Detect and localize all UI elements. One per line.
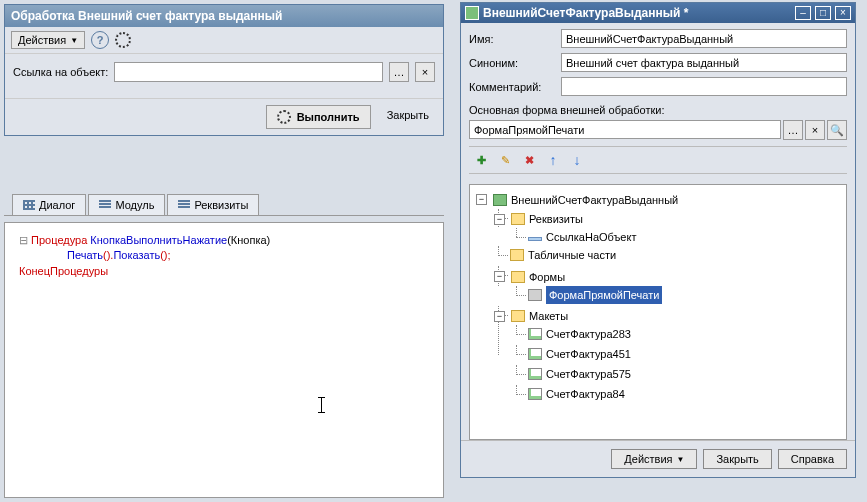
tree-layout-item[interactable]: СчетФактура451 bbox=[528, 345, 631, 363]
mainform-input[interactable] bbox=[469, 120, 781, 139]
ref-object-input[interactable] bbox=[114, 62, 383, 82]
processing-window: Обработка Внешний счет фактура выданный … bbox=[4, 4, 444, 136]
actions-label: Действия bbox=[18, 34, 66, 46]
code-kw-endproc: КонецПроцедуры bbox=[19, 265, 108, 277]
processing-window-title: Обработка Внешний счет фактура выданный bbox=[5, 5, 443, 27]
properties-titlebar: ВнешнийСчетФактураВыданный * – □ × bbox=[461, 3, 855, 23]
tree-form-item[interactable]: ФормаПрямойПечати bbox=[528, 286, 662, 304]
tree-layout-item[interactable]: СчетФактура575 bbox=[528, 365, 631, 383]
field-icon bbox=[528, 237, 542, 241]
code-proc-name: КнопкаВыполнитьНажатие bbox=[90, 234, 227, 246]
comment-input[interactable] bbox=[561, 77, 847, 96]
module-icon bbox=[99, 200, 111, 210]
tree-toolbar: ✚ ✎ ✖ ↑ ↓ bbox=[469, 146, 847, 174]
folder-icon bbox=[511, 310, 525, 322]
tree-forms-label: Формы bbox=[529, 268, 565, 286]
synonym-label: Синоним: bbox=[469, 57, 557, 69]
tree-root[interactable]: −ВнешнийСчетФактураВыданный bbox=[492, 191, 678, 209]
layout-icon bbox=[528, 368, 542, 380]
close-window-button[interactable]: × bbox=[835, 6, 851, 20]
editor-tabs: Диалог Модуль Реквизиты bbox=[4, 194, 444, 216]
comment-label: Комментарий: bbox=[469, 81, 557, 93]
folder-icon bbox=[511, 271, 525, 283]
processing-toolbar: Действия ▼ ? bbox=[5, 27, 443, 54]
actions-dropdown[interactable]: Действия ▼ bbox=[11, 31, 85, 49]
mainform-search-button[interactable]: 🔍 bbox=[827, 120, 847, 140]
code-call-1: Печать bbox=[67, 249, 103, 261]
select-ref-button[interactable]: … bbox=[389, 62, 409, 82]
layout-icon bbox=[528, 348, 542, 360]
tree-layout-item[interactable]: СчетФактура283 bbox=[528, 325, 631, 343]
execute-label: Выполнить bbox=[297, 111, 360, 123]
tree-form1-label: ФормаПрямойПечати bbox=[546, 286, 662, 304]
layout-icon bbox=[528, 388, 542, 400]
collapse-icon[interactable]: − bbox=[476, 194, 487, 205]
tree-layouts[interactable]: −Макеты bbox=[510, 307, 568, 325]
tree-layouts-label: Макеты bbox=[529, 307, 568, 325]
tree-l4-label: СчетФактура84 bbox=[546, 385, 625, 403]
tree-l3-label: СчетФактура575 bbox=[546, 365, 631, 383]
footer-actions-button[interactable]: Действия▼ bbox=[611, 449, 697, 469]
tab-dialog-label: Диалог bbox=[39, 199, 75, 211]
tree-forms[interactable]: −Формы bbox=[510, 268, 565, 286]
footer-help-button[interactable]: Справка bbox=[778, 449, 847, 469]
object-icon bbox=[493, 194, 507, 206]
layout-icon bbox=[528, 328, 542, 340]
properties-window: ВнешнийСчетФактураВыданный * – □ × Имя: … bbox=[460, 2, 856, 478]
tree-requisites-label: Реквизиты bbox=[529, 210, 583, 228]
tab-requisites-label: Реквизиты bbox=[194, 199, 248, 211]
mainform-clear-button[interactable]: × bbox=[805, 120, 825, 140]
name-label: Имя: bbox=[469, 33, 557, 45]
code-kw-procedure: Процедура bbox=[31, 234, 87, 246]
execute-icon bbox=[277, 110, 291, 124]
tree-root-label: ВнешнийСчетФактураВыданный bbox=[511, 191, 678, 209]
ref-object-label: Ссылка на объект: bbox=[13, 66, 108, 78]
minimize-button[interactable]: – bbox=[795, 6, 811, 20]
object-tree[interactable]: −ВнешнийСчетФактураВыданный −Реквизиты С… bbox=[469, 184, 847, 440]
tree-l2-label: СчетФактура451 bbox=[546, 345, 631, 363]
add-item-button[interactable]: ✚ bbox=[471, 150, 491, 170]
close-button[interactable]: Закрыть bbox=[379, 105, 437, 129]
chevron-down-icon: ▼ bbox=[677, 455, 685, 464]
properties-title: ВнешнийСчетФактураВыданный * bbox=[483, 6, 791, 20]
collapse-icon[interactable]: − bbox=[494, 271, 505, 282]
code-call-2: Показать bbox=[113, 249, 160, 261]
delete-item-button[interactable]: ✖ bbox=[519, 150, 539, 170]
synonym-input[interactable] bbox=[561, 53, 847, 72]
footer-close-button[interactable]: Закрыть bbox=[703, 449, 771, 469]
mainform-browse-button[interactable]: … bbox=[783, 120, 803, 140]
tab-dialog[interactable]: Диалог bbox=[12, 194, 86, 215]
tree-requisites[interactable]: −Реквизиты bbox=[510, 210, 583, 228]
collapse-icon[interactable]: − bbox=[494, 214, 505, 225]
code-params: (Кнопка) bbox=[227, 234, 270, 246]
execute-button[interactable]: Выполнить bbox=[266, 105, 371, 129]
help-icon[interactable]: ? bbox=[91, 31, 109, 49]
move-up-button[interactable]: ↑ bbox=[543, 150, 563, 170]
window-app-icon bbox=[465, 6, 479, 20]
tree-tabparts[interactable]: Табличные части bbox=[510, 246, 616, 264]
text-caret-icon bbox=[321, 397, 322, 413]
folder-icon bbox=[510, 249, 524, 261]
name-input[interactable] bbox=[561, 29, 847, 48]
code-op-2: (); bbox=[160, 249, 170, 261]
tab-module[interactable]: Модуль bbox=[88, 194, 165, 215]
tree-reflink[interactable]: СсылкаНаОбъект bbox=[528, 228, 636, 246]
clear-ref-button[interactable]: × bbox=[415, 62, 435, 82]
move-down-button[interactable]: ↓ bbox=[567, 150, 587, 170]
tab-requisites[interactable]: Реквизиты bbox=[167, 194, 259, 215]
requisites-icon bbox=[178, 200, 190, 210]
properties-footer: Действия▼ Закрыть Справка bbox=[461, 440, 855, 477]
tree-layout-item[interactable]: СчетФактура84 bbox=[528, 385, 625, 403]
code-op-1: (). bbox=[103, 249, 113, 261]
tree-reflink-label: СсылкаНаОбъект bbox=[546, 228, 636, 246]
edit-item-button[interactable]: ✎ bbox=[495, 150, 515, 170]
maximize-button[interactable]: □ bbox=[815, 6, 831, 20]
chevron-down-icon: ▼ bbox=[70, 36, 78, 45]
footer-actions-label: Действия bbox=[624, 453, 672, 465]
folder-icon bbox=[511, 213, 525, 225]
form-icon bbox=[528, 289, 542, 301]
mainform-label: Основная форма внешней обработки: bbox=[469, 104, 847, 116]
collapse-icon[interactable]: − bbox=[494, 311, 505, 322]
tree-l1-label: СчетФактура283 bbox=[546, 325, 631, 343]
code-editor[interactable]: ⊟ Процедура КнопкаВыполнитьНажатие(Кнопк… bbox=[4, 222, 444, 498]
